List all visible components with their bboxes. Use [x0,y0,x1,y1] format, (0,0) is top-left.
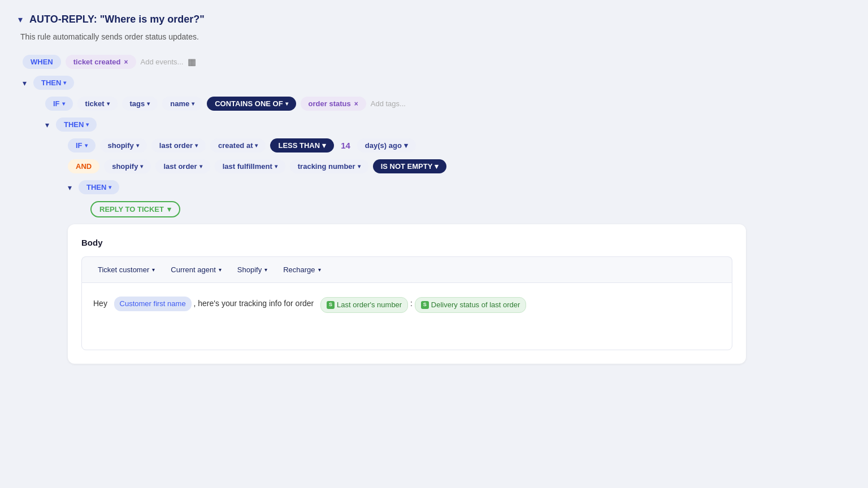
is-not-empty-label: IS NOT EMPTY [381,162,433,171]
if-2-operator-label: LESS THAN [278,141,320,150]
reply-to-ticket-badge[interactable]: REPLY TO TICKET ▾ [90,201,180,217]
shopify-icon-order: S [327,301,335,309]
if-2-operator-badge[interactable]: LESS THAN ▾ [270,138,334,152]
then-2-chevron[interactable]: ▾ [45,120,49,129]
delivery-status-var[interactable]: S Delivery status of last order [415,297,527,313]
ticket-customer-label: Ticket customer [98,265,149,274]
if-1-label: IF [53,99,60,108]
then-1-label: THEN [41,79,61,87]
last-order-number-label: Last order's number [337,299,402,311]
and-field3-arrow: ▾ [275,163,277,169]
if-1-field1-badge[interactable]: ticket ▾ [77,97,118,111]
then-1-badge[interactable]: THEN ▾ [33,76,74,90]
is-not-empty-badge[interactable]: IS NOT EMPTY ▾ [373,159,447,173]
recharge-label: Recharge [283,265,315,274]
then-2-badge[interactable]: THEN ▾ [56,117,97,132]
and-badge[interactable]: AND [68,159,99,173]
last-order-number-var[interactable]: S Last order's number [320,297,408,313]
ticket-created-close[interactable]: × [124,58,128,66]
ticket-customer-arrow: ▾ [152,267,155,273]
action-row: REPLY TO TICKET ▾ [23,201,809,217]
and-field2-badge[interactable]: last order ▾ [155,159,210,173]
and-field1-arrow: ▾ [140,163,143,169]
then-1-chevron[interactable]: ▾ [23,79,27,88]
if-2-field3-arrow: ▾ [255,142,258,149]
and-field1-badge[interactable]: shopify ▾ [104,159,151,173]
if-2-arrow: ▾ [85,142,88,149]
and-field3-badge[interactable]: last fulfillment ▾ [215,159,285,173]
if-2-field1-badge[interactable]: shopify ▾ [100,138,147,152]
current-agent-label: Current agent [171,265,216,274]
ticket-created-label: ticket created [73,58,121,66]
customer-first-name-var[interactable]: Customer first name [114,297,192,311]
and-field3-label: last fulfillment [223,162,272,171]
if-1-field2-badge[interactable]: tags ▾ [122,97,158,111]
if-2-field1-label: shopify [108,141,134,150]
and-field2-arrow: ▾ [199,163,202,169]
then-2-arrow: ▾ [86,121,89,128]
if-1-badge[interactable]: IF ▾ [45,97,73,111]
ticket-customer-btn[interactable]: Ticket customer ▾ [91,263,162,277]
shopify-label: Shopify [237,265,262,274]
then-3-badge[interactable]: THEN ▾ [79,180,119,194]
delivery-status-label: Delivery status of last order [431,299,520,311]
rule-container: ▾ AUTO-REPLY: "Where is my order?" This … [18,14,809,364]
then-1-arrow: ▾ [63,80,66,86]
add-tags-placeholder[interactable]: Add tags... [371,99,406,108]
body-editor[interactable]: Hey Customer first name , here's your tr… [81,282,732,350]
if-2-field2-badge[interactable]: last order ▾ [151,138,206,152]
and-row: AND shopify ▾ last order ▾ last fulfillm… [23,159,809,173]
when-row: WHEN ticket created × Add events... ▦ [23,55,809,69]
if-1-field2-arrow: ▾ [147,101,150,107]
current-agent-btn[interactable]: Current agent ▾ [164,263,228,277]
shopify-btn[interactable]: Shopify ▾ [231,263,274,277]
order-status-label: order status [309,99,351,108]
reply-to-ticket-label: REPLY TO TICKET [99,205,164,213]
then-2-label: THEN [64,120,84,129]
add-events-placeholder[interactable]: Add events... [141,58,184,66]
if-2-label: IF [76,141,83,150]
then-1-row: ▾ THEN ▾ [23,76,809,90]
if-2-field3-badge[interactable]: created at ▾ [210,138,266,152]
if-1-operator-arrow: ▾ [285,101,288,107]
editor-prefix: Hey [93,299,107,308]
if-2-operator-arrow: ▾ [322,141,326,150]
if-1-operator-label: CONTAINS ONE OF [215,99,283,108]
shopify-icon-delivery: S [421,301,429,309]
editor-colon: : [410,299,415,308]
if-1-field3-arrow: ▾ [192,101,194,107]
if-2-number[interactable]: 14 [338,141,353,150]
if-2-unit-badge[interactable]: day(s) ago ▾ [357,138,416,152]
current-agent-arrow: ▾ [219,267,222,273]
calendar-icon[interactable]: ▦ [188,56,196,67]
if-2-field1-arrow: ▾ [136,142,139,149]
if-1-field3-badge[interactable]: name ▾ [162,97,202,111]
if-2-unit-arrow: ▾ [404,141,408,150]
body-card: Body Ticket customer ▾ Current agent ▾ S… [68,224,746,364]
rule-title: AUTO-REPLY: "Where is my order?" [29,14,205,25]
ticket-created-badge[interactable]: ticket created × [66,55,136,69]
then-3-label: THEN [86,183,106,191]
body-toolbar: Ticket customer ▾ Current agent ▾ Shopif… [81,256,732,282]
then-3-chevron[interactable]: ▾ [68,183,72,192]
if-1-arrow: ▾ [62,101,65,107]
editor-middle: , here's your tracking info for order [194,299,314,308]
rule-collapse-chevron[interactable]: ▾ [18,14,23,25]
then-2-row: ▾ THEN ▾ [23,117,809,132]
if-1-field3-label: name [170,99,189,108]
and-field2-label: last order [163,162,197,171]
then-3-arrow: ▾ [108,184,111,190]
shopify-arrow: ▾ [264,267,267,273]
recharge-arrow: ▾ [318,267,321,273]
and-field4-label: tracking number [298,162,355,171]
if-2-badge[interactable]: IF ▾ [68,138,96,152]
and-field4-badge[interactable]: tracking number ▾ [290,159,368,173]
when-badge[interactable]: WHEN [23,55,61,69]
reply-to-ticket-arrow: ▾ [167,205,171,213]
order-status-badge[interactable]: order status × [301,97,366,111]
rule-body: WHEN ticket created × Add events... ▦ ▾ … [18,55,809,364]
if-1-operator-badge[interactable]: CONTAINS ONE OF ▾ [207,97,296,111]
order-status-close[interactable]: × [354,100,358,108]
recharge-btn[interactable]: Recharge ▾ [276,263,327,277]
then-3-row: ▾ THEN ▾ [23,180,809,194]
